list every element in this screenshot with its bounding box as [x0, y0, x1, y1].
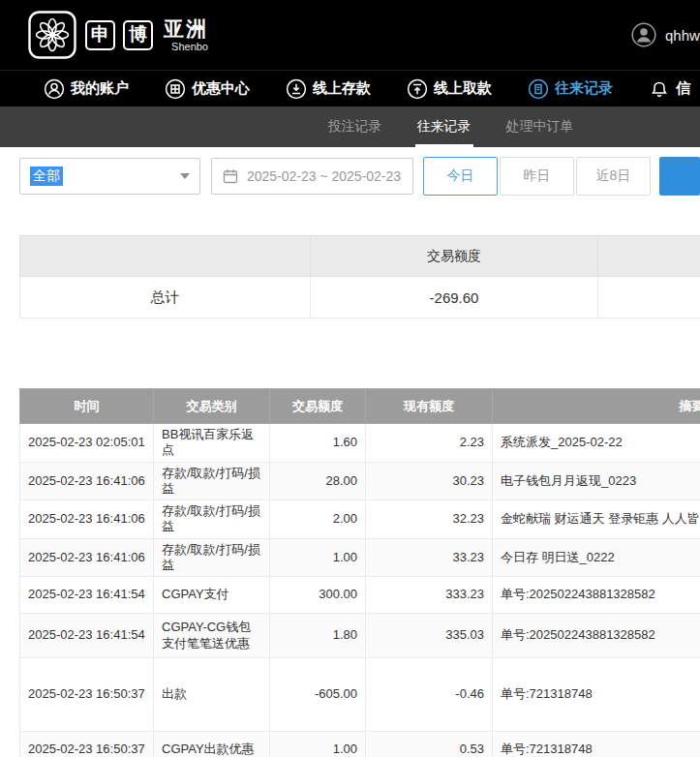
quick-range-buttons: 今日 昨日 近8日 [423, 157, 651, 196]
cell-time: 2025-02-23 02:05:01 [20, 424, 154, 463]
cell-summary: 单号:202502243881328582 [493, 577, 700, 614]
cell-amount: 300.00 [270, 577, 366, 614]
table-body: 2025-02-23 02:05:01BB视讯百家乐返点1.602.23系统派发… [20, 424, 700, 757]
table-row: 2025-02-23 16:41:54CGPAY-CG钱包支付笔笔送优惠1.80… [20, 614, 700, 658]
account-icon [44, 78, 65, 100]
username: qhhw [665, 27, 700, 44]
today-button[interactable]: 今日 [423, 157, 498, 196]
yesterday-button[interactable]: 昨日 [500, 157, 574, 196]
calendar-icon [223, 168, 238, 184]
cell-balance: 0.53 [366, 732, 493, 757]
table-header-row: 时间交易类别交易额度现有额度摘要 [20, 389, 700, 424]
date-range-input[interactable]: 2025-02-23 ~ 2025-02-23 [211, 158, 413, 195]
tab-betting-records[interactable]: 投注记录 [323, 106, 387, 147]
cell-summary: 金蛇献瑞 财运通天 登录钜惠 人人皆 [493, 500, 700, 539]
cell-time: 2025-02-23 16:50:37 [20, 658, 154, 732]
cell-summary: 系统派发_2025-02-22 [493, 424, 700, 463]
user-account[interactable]: qhhw [631, 22, 700, 47]
cell-balance: -0.46 [366, 658, 493, 732]
cell-summary: 单号:721318748 [493, 658, 700, 732]
cell-balance: 30.23 [366, 462, 493, 500]
summary-total-value: -269.60 [311, 277, 598, 318]
cell-type: CGPAY支付 [154, 577, 270, 614]
table-row: 2025-02-23 16:41:54CGPAY支付300.00333.23单号… [20, 577, 700, 614]
brand-logo[interactable]: 申 博 亚洲 Shenbo [27, 10, 208, 60]
summary-header-row: 交易额度 [20, 236, 700, 277]
cell-amount: 1.80 [270, 614, 366, 658]
cell-amount: 28.00 [270, 462, 366, 500]
promo-icon [165, 78, 186, 100]
cell-type: 存款/取款/打码/损益 [154, 500, 270, 539]
cell-time: 2025-02-23 16:41:06 [20, 538, 154, 577]
cell-type: CGPAY-CG钱包支付笔笔送优惠 [154, 614, 270, 658]
cell-summary: 电子钱包月月返现_0223 [493, 462, 700, 500]
tab-transaction-records[interactable]: 往来记录 [412, 106, 476, 147]
cell-amount: 1.60 [270, 424, 366, 463]
table-row: 2025-02-23 02:05:01BB视讯百家乐返点1.602.23系统派发… [20, 424, 700, 463]
nav-item-my-account[interactable]: 我的账户 [44, 78, 129, 100]
nav-item-label: 线上取款 [434, 79, 492, 98]
cell-type: BB视讯百家乐返点 [154, 424, 270, 463]
cell-amount: 1.00 [270, 732, 366, 757]
cell-type: 存款/取款/打码/损益 [154, 462, 270, 500]
tab-label: 往来记录 [417, 118, 472, 136]
nav-item-label: 线上存款 [313, 79, 371, 98]
last-8-days-button[interactable]: 近8日 [576, 157, 651, 196]
nav-item-label: 我的账户 [71, 79, 129, 98]
nav-item-deposit[interactable]: 线上存款 [286, 78, 371, 100]
cell-summary: 单号:202502243881328582 [493, 614, 700, 658]
summary-header-label: 交易额度 [311, 236, 598, 277]
column-header: 摘要 [493, 389, 700, 424]
nav-item-label: 优惠中心 [192, 79, 250, 98]
summary-total-label: 总计 [20, 277, 311, 318]
records-section: 时间交易类别交易额度现有额度摘要 2025-02-23 02:05:01BB视讯… [19, 388, 700, 757]
nav-item-withdraw[interactable]: 线上取款 [407, 78, 492, 100]
table-row: 2025-02-23 16:41:06存款/取款/打码/损益28.0030.23… [20, 462, 700, 500]
tab-label: 投注记录 [328, 118, 382, 136]
cell-time: 2025-02-23 16:41:06 [20, 462, 154, 500]
main-nav: 我的账户 优惠中心 线上存款 [0, 70, 700, 106]
brand-char-bo: 博 [123, 20, 153, 50]
type-select[interactable]: 全部 [19, 158, 200, 195]
page: 申 博 亚洲 Shenbo qhhw [0, 0, 700, 757]
search-button[interactable] [659, 157, 700, 196]
records-table: 时间交易类别交易额度现有额度摘要 2025-02-23 02:05:01BB视讯… [19, 388, 700, 757]
nav-item-label: 往来记录 [555, 79, 613, 98]
brand-region-block: 亚洲 Shenbo [164, 17, 208, 51]
nav-item-records[interactable]: 往来记录 [528, 78, 613, 100]
summary-total-extra [598, 277, 700, 318]
cell-balance: 32.23 [366, 500, 493, 539]
tab-pending-orders[interactable]: 处理中订单 [502, 106, 579, 147]
cell-time: 2025-02-23 16:50:37 [20, 732, 154, 757]
cell-amount: -605.00 [270, 658, 366, 732]
user-avatar-icon [631, 22, 656, 47]
brand-subtitle: Shenbo [164, 41, 208, 52]
date-range-value: 2025-02-23 ~ 2025-02-23 [247, 168, 401, 184]
table-row: 2025-02-23 16:41:06存款/取款/打码/损益2.0032.23金… [20, 500, 700, 539]
cell-time: 2025-02-23 16:41:54 [20, 577, 154, 614]
cell-time: 2025-02-23 16:41:06 [20, 500, 154, 539]
summary-header-cell-empty [598, 236, 700, 277]
cell-type: CGPAY出款优惠 [154, 732, 270, 757]
nav-item-messages[interactable]: 信 [649, 78, 690, 100]
table-row: 2025-02-23 16:50:37CGPAY出款优惠1.000.53单号:7… [20, 732, 700, 757]
nav-item-label: 信 [676, 79, 690, 98]
tab-label: 处理中订单 [506, 118, 574, 136]
summary-section: 交易额度 总计 -269.60 [19, 235, 700, 318]
column-header: 时间 [20, 389, 154, 424]
filter-bar: 全部 2025-02-23 ~ 2025-02-23 今日 昨日 近8日 [0, 147, 700, 208]
withdraw-icon [407, 78, 428, 100]
cell-time: 2025-02-23 16:41:54 [20, 614, 154, 658]
brand-region: 亚洲 [164, 17, 208, 40]
type-select-value: 全部 [30, 167, 63, 186]
cell-balance: 333.23 [366, 577, 493, 614]
brand-char-shen: 申 [85, 20, 115, 50]
nav-item-promotions[interactable]: 优惠中心 [165, 78, 250, 100]
deposit-icon [286, 78, 307, 100]
column-header: 交易额度 [270, 389, 366, 424]
bell-icon [649, 78, 670, 100]
summary-table: 交易额度 总计 -269.60 [19, 235, 700, 318]
cell-amount: 1.00 [270, 538, 366, 577]
summary-total-row: 总计 -269.60 [20, 277, 700, 318]
column-header: 交易类别 [154, 389, 270, 424]
